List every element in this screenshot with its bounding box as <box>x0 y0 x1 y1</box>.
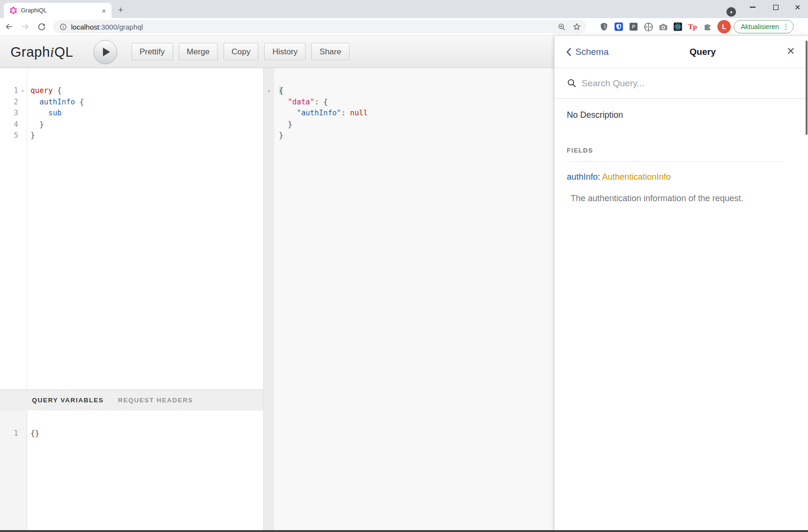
tab-strip: GraphiQL × + ▾ × <box>0 0 808 18</box>
query-editor-pane: 1▾query { 2 authInfo { 3 sub 4 } 5} QUER… <box>0 68 264 530</box>
code-line[interactable]: 1{} <box>0 428 263 440</box>
bookmark-star-icon[interactable] <box>572 22 582 31</box>
minimize-button[interactable] <box>742 0 764 14</box>
react-devtools-icon[interactable] <box>673 21 683 32</box>
tab-search-icon[interactable]: ▾ <box>726 7 736 17</box>
doc-explorer-header: Schema Query × <box>554 36 808 68</box>
merge-button[interactable]: Merge <box>179 43 218 61</box>
chevron-left-icon <box>566 47 572 57</box>
field-entry: authInfo: AuthenticationInfo <box>567 172 796 182</box>
svg-text:P: P <box>632 24 635 30</box>
crosshair-icon[interactable] <box>643 21 654 32</box>
fields-heading: FIELDS <box>567 147 796 154</box>
result-line: } <box>264 119 554 131</box>
result-line: "data": { <box>264 97 554 108</box>
docs-back-link[interactable]: Schema <box>566 47 609 57</box>
variables-header-bar: QUERY VARIABLES REQUEST HEADERS <box>0 389 263 410</box>
query-variables-editor[interactable]: 1{} <box>0 410 263 530</box>
fold-arrow-icon[interactable]: ▾ <box>264 85 274 97</box>
window-close-button[interactable]: × <box>787 0 808 14</box>
puzzle-extensions-icon[interactable] <box>702 21 713 32</box>
tab-close-icon[interactable]: × <box>100 7 108 14</box>
query-editor[interactable]: 1▾query { 2 authInfo { 3 sub 4 } 5} <box>0 68 263 389</box>
field-name-link[interactable]: authInfo <box>567 172 598 182</box>
tab-title: GraphiQL <box>21 7 100 14</box>
graphql-favicon-icon <box>10 7 17 14</box>
ublock-shield-icon[interactable] <box>599 21 609 32</box>
code-line[interactable]: 1▾query { <box>0 85 263 97</box>
field-description: The authentication information of the re… <box>567 194 796 204</box>
copy-button[interactable]: Copy <box>224 43 259 61</box>
forward-button[interactable] <box>18 20 32 34</box>
share-button[interactable]: Share <box>311 43 349 61</box>
play-icon <box>103 48 110 56</box>
maximize-icon <box>773 5 778 10</box>
result-line: "authInfo": null <box>264 108 554 119</box>
docs-scrollbar[interactable] <box>806 41 808 135</box>
search-icon <box>567 78 577 88</box>
code-line[interactable]: 4 } <box>0 119 263 131</box>
address-bar[interactable]: localhost:3000/graphql <box>53 20 586 33</box>
docs-search-input[interactable] <box>582 78 782 89</box>
tab-query-variables[interactable]: QUERY VARIABLES <box>32 397 104 404</box>
chrome-update-button[interactable]: Aktualisieren ⋮ <box>734 20 794 33</box>
extensions-cluster: P Tp <box>599 21 713 32</box>
menu-kebab-icon: ⋮ <box>782 22 789 31</box>
bitwarden-shield-icon[interactable] <box>614 21 624 32</box>
minimize-icon <box>750 7 756 8</box>
docs-close-icon[interactable]: × <box>787 44 795 58</box>
history-button[interactable]: History <box>264 43 306 61</box>
code-line[interactable]: 5} <box>0 130 263 142</box>
maximize-button[interactable] <box>765 0 787 14</box>
new-tab-button[interactable]: + <box>114 4 127 16</box>
doc-explorer-panel: Schema Query × No Description FIELDS aut… <box>554 36 808 530</box>
browser-window: GraphiQL × + ▾ × localhost:3000/graphql <box>0 0 808 532</box>
browser-toolbar: localhost:3000/graphql P <box>0 18 808 36</box>
info-icon[interactable] <box>59 23 67 31</box>
tp-icon[interactable]: Tp <box>687 21 698 32</box>
fold-arrow-icon[interactable]: ▾ <box>18 85 27 97</box>
url-text: localhost:3000/graphql <box>71 23 557 31</box>
field-type-link[interactable]: AuthenticationInfo <box>602 172 671 182</box>
graphiql-app: GraphiQL Prettify Merge Copy History Sha… <box>0 36 808 530</box>
tab-graphiql[interactable]: GraphiQL × <box>4 3 112 18</box>
profile-avatar[interactable]: L <box>717 20 731 33</box>
update-label: Aktualisieren <box>741 23 779 31</box>
window-bottom-edge <box>0 530 808 532</box>
camera-icon[interactable] <box>658 21 668 32</box>
execute-query-button[interactable] <box>93 40 117 64</box>
back-button[interactable] <box>2 20 16 34</box>
code-line[interactable]: 2 authInfo { <box>0 97 263 108</box>
tab-request-headers[interactable]: REQUEST HEADERS <box>118 397 194 404</box>
code-line[interactable]: 3 sub <box>0 108 263 119</box>
result-line: } <box>264 130 554 142</box>
result-viewer-pane: ▾{ "data": { "authInfo": null } } <box>264 68 554 530</box>
p-box-icon[interactable]: P <box>628 21 639 32</box>
prettify-button[interactable]: Prettify <box>132 43 173 61</box>
type-description: No Description <box>567 110 796 120</box>
zoom-icon[interactable] <box>557 22 566 31</box>
docs-search-row <box>554 68 808 99</box>
refresh-button[interactable] <box>34 20 49 34</box>
divider <box>567 161 784 162</box>
docs-content: No Description FIELDS authInfo: Authenti… <box>554 99 808 204</box>
graphiql-logo: GraphiQL <box>10 44 73 60</box>
result-line: ▾{ <box>264 85 554 97</box>
